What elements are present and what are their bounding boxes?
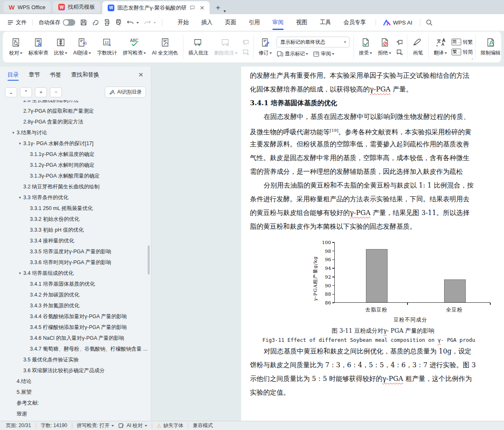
show-markup-button[interactable]: 显示标记 xyxy=(277,50,308,57)
expand-arrow-icon[interactable]: ▼ xyxy=(17,142,23,146)
sidebar-tab-章节[interactable]: 章节 xyxy=(29,67,40,83)
ai-read-aloud-button[interactable]: AI朗读 xyxy=(70,36,94,58)
menu-tab-开始[interactable]: 开始 xyxy=(171,14,195,31)
expand-arrow-icon[interactable]: ▼ xyxy=(10,131,17,135)
menu-tab-视图[interactable]: 视图 xyxy=(290,14,314,31)
sidebar-tab-目录[interactable]: 目录 xyxy=(7,67,19,83)
toc-item[interactable]: 5.展望 xyxy=(0,387,151,398)
file-menu[interactable]: 文件 xyxy=(5,14,29,31)
toc-item[interactable]: 3.6 双缩脲法比较初步确定产品成分 xyxy=(0,365,151,376)
toc-item[interactable]: 3.4.5 柠檬酸钠添加量对γ-PGA 产量的影响 xyxy=(0,322,151,333)
toc-item[interactable]: 3.4.3 外加氮源的优化 xyxy=(0,300,151,311)
toc-item[interactable]: 3.4.7 葡萄糖、酵母粉、谷氨酸钠、柠檬酸钠含量 ... xyxy=(0,344,151,354)
proofread-button[interactable]: 校对 xyxy=(6,36,25,58)
ai-polish-button[interactable]: AI 全文润色 xyxy=(149,36,181,58)
undo-caret-icon[interactable] xyxy=(136,22,139,25)
next-change-button[interactable] xyxy=(396,49,403,55)
toc-item[interactable]: ▼3.结果与讨论 xyxy=(0,127,151,138)
toc-item[interactable]: 3.3.6 培养时间对γ-PGA 产量的影响 xyxy=(0,257,151,268)
standard-review-button[interactable]: 标准审查 xyxy=(25,36,51,58)
toc-item[interactable]: ▼3.1γ- PGA 水解条件的探讨[17] xyxy=(0,138,151,149)
comment-bubble-icon[interactable] xyxy=(190,5,195,10)
restrict-editing-button[interactable]: 限制编辑 xyxy=(478,36,502,58)
toc-item[interactable]: 2.7γ-PGA 的提取和粗产量测定 xyxy=(0,106,151,116)
menu-tab-工具[interactable]: 工具 xyxy=(314,14,337,31)
new-tab-icon[interactable]: + xyxy=(212,3,224,14)
print-preview-button[interactable] xyxy=(113,17,124,28)
word-count-button[interactable]: 12 字数统计 xyxy=(94,36,120,58)
redo-caret-icon[interactable] xyxy=(153,22,156,25)
expand-all-button[interactable]: ⌃ xyxy=(20,87,32,97)
menu-tab-页面[interactable]: 页面 xyxy=(219,14,242,31)
zoom-out-toc-button[interactable]: － xyxy=(50,87,62,97)
next-comment-button[interactable] xyxy=(242,49,250,55)
menu-tab-审阅[interactable]: 审阅 xyxy=(266,14,290,31)
toc-item[interactable]: 3.4.6 NaCl 的加入量对γ-PGA 产量的影响 xyxy=(0,333,151,344)
collapse-all-button[interactable]: ⌄ xyxy=(5,87,17,97)
redo-button[interactable] xyxy=(141,14,158,31)
previous-comment-button[interactable] xyxy=(242,39,250,46)
tab-document[interactable]: W 固态发酵生产γ-聚谷氨酸的研 ✕ xyxy=(102,1,210,14)
toc-item[interactable]: 3.1.1γ-PGA 水解温度的确定 xyxy=(0,149,151,160)
menu-tab-引用[interactable]: 引用 xyxy=(242,14,266,31)
toc-item[interactable]: 3.1.3γ-PGA 水解酸用量的确定 xyxy=(0,171,151,181)
expand-arrow-icon[interactable]: ▼ xyxy=(17,272,23,275)
wps-ai-button[interactable]: WPS AI xyxy=(379,20,417,26)
ai-recognize-toc-button[interactable]: AI识别目录 xyxy=(105,86,146,98)
word-count-indicator[interactable]: 字数: 14190 xyxy=(41,422,67,429)
traditional-to-simplified-button[interactable]: 繁→ 转简 xyxy=(452,49,473,56)
simplified-to-traditional-button[interactable]: 简→ 转繁 xyxy=(452,39,473,46)
toc-item[interactable]: 3.2 纳豆芽孢杆菌生长曲线的绘制 xyxy=(0,181,151,192)
search-icon[interactable] xyxy=(424,17,435,28)
undo-button[interactable] xyxy=(124,14,141,31)
tab-wps-office[interactable]: W WPS Office xyxy=(3,1,51,13)
toc-item[interactable]: ▼3.3 培养条件的优化 xyxy=(0,192,151,203)
reject-button[interactable]: 拒绝 xyxy=(375,36,394,58)
print-button[interactable] xyxy=(101,17,112,28)
accept-button[interactable]: 接受 xyxy=(356,36,375,58)
autosave-toggle[interactable] xyxy=(63,19,75,26)
page-indicator[interactable]: 页面: 20/31 xyxy=(6,422,31,429)
sidebar-tab-书签[interactable]: 书签 xyxy=(50,67,61,83)
tab-template[interactable]: W 找稻壳模板 xyxy=(53,1,100,13)
track-changes-button[interactable]: 修订 xyxy=(256,36,275,58)
toc-item[interactable]: 3.3.5 培养温度对γ-PGA 产量的影响 xyxy=(0,246,151,257)
toc-item[interactable]: 3.5 最优化条件验证实验 xyxy=(0,354,151,365)
toc-item[interactable]: 3.3.2 初始水份的优化 xyxy=(0,214,151,225)
toc-item[interactable]: 3.3.1 250 mL 摇瓶装量优化 xyxy=(0,203,151,214)
tab-list-caret-icon[interactable]: ▾ xyxy=(224,9,226,14)
export-button[interactable] xyxy=(90,17,101,28)
dialog-launcher-icon[interactable]: ⌟ xyxy=(471,55,473,60)
spell-check-status[interactable]: 拼写检查: 打开 xyxy=(77,422,114,429)
missing-font-warning[interactable]: ⚠ 缺失字体 xyxy=(157,422,183,429)
markup-state-combobox[interactable]: 显示标记的最终状态 ▾ xyxy=(277,37,350,47)
spell-check-button[interactable]: ABC 拼写检查 xyxy=(120,36,149,58)
menu-tab-会员专享[interactable]: 会员专享 xyxy=(337,14,372,31)
toc-item[interactable]: 3.3.3 初始 pH 值的优化 xyxy=(0,225,151,235)
brush-button[interactable]: 画笔 xyxy=(410,36,426,58)
toc-item[interactable]: 3.4.4 谷氨酸钠添加量对γ-PGA 产量的影响 xyxy=(0,311,151,322)
toc-item[interactable]: 3.1.2γ-PGA 水解时间的确定 xyxy=(0,160,151,171)
translate-button[interactable]: A 翻译 xyxy=(431,36,450,58)
toc-item[interactable]: 2.6 生长曲线的绘制方法 xyxy=(0,100,151,106)
expand-arrow-icon[interactable]: ▼ xyxy=(17,196,23,200)
compare-button[interactable]: 比较 xyxy=(51,36,70,58)
sidebar-tab-查找和替换[interactable]: 查找和替换 xyxy=(71,67,99,83)
delete-comment-button[interactable]: 删除批注 xyxy=(211,36,240,58)
close-tab-icon[interactable]: ✕ xyxy=(198,5,206,11)
toc-item[interactable]: 2.8γ-PGA 含量的测定方法 xyxy=(0,116,151,127)
toc-item[interactable]: 致谢 xyxy=(0,408,151,419)
toc-item[interactable]: 参考文献: xyxy=(0,398,151,408)
document-page[interactable]: 的发酵生产具有重要作用。本实验采用单因子实验与正交试验相结合的方法化固体发酵培养… xyxy=(241,67,504,421)
previous-change-button[interactable] xyxy=(396,39,403,46)
toc-item[interactable]: 3.4.1 培养基固体基质的优化 xyxy=(0,279,151,289)
close-sidebar-icon[interactable]: ✕ xyxy=(138,71,143,79)
save-button[interactable] xyxy=(78,17,89,28)
toc-item[interactable]: ▼3.4 培养基组成的优化 xyxy=(0,268,151,279)
ai-proofread-status[interactable]: AI 校对 xyxy=(119,422,147,429)
review-pane-button[interactable]: 审阅 xyxy=(313,50,334,57)
insert-comment-button[interactable]: 插入批注 xyxy=(185,36,211,58)
zoom-in-toc-button[interactable]: ＋ xyxy=(35,87,47,97)
toc-item[interactable]: 3.4.2 外加碳源的优化 xyxy=(0,289,151,300)
toc-item[interactable]: 3.3.4 接种量的优化 xyxy=(0,235,151,246)
